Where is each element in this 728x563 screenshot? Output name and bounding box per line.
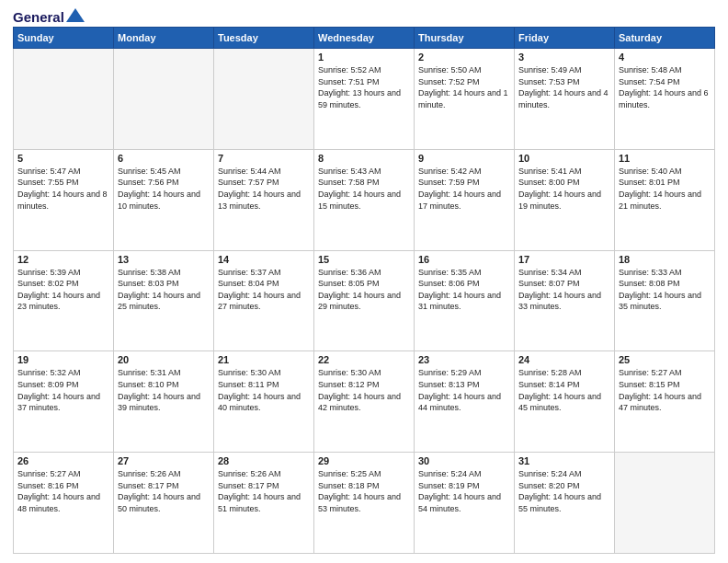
day-number: 4 [619, 52, 711, 63]
cell-info: Sunrise: 5:26 AMSunset: 8:17 PMDaylight:… [118, 468, 210, 514]
cell-info: Sunrise: 5:52 AMSunset: 7:51 PMDaylight:… [318, 64, 410, 110]
day-number: 6 [118, 153, 210, 164]
week-row-4: 19Sunrise: 5:32 AMSunset: 8:09 PMDayligh… [14, 351, 715, 453]
calendar-cell: 24Sunrise: 5:28 AMSunset: 8:14 PMDayligh… [515, 351, 615, 453]
calendar-cell: 8Sunrise: 5:43 AMSunset: 7:58 PMDaylight… [314, 149, 415, 250]
weekday-header-tuesday: Tuesday [214, 28, 314, 49]
calendar-cell: 10Sunrise: 5:41 AMSunset: 8:00 PMDayligh… [515, 149, 615, 250]
cell-info: Sunrise: 5:27 AMSunset: 8:16 PMDaylight:… [17, 468, 109, 514]
day-number: 26 [17, 455, 109, 466]
logo: General [13, 9, 85, 21]
day-number: 2 [418, 52, 510, 63]
calendar-cell: 17Sunrise: 5:34 AMSunset: 8:07 PMDayligh… [515, 250, 615, 351]
day-number: 9 [418, 153, 510, 164]
cell-info: Sunrise: 5:40 AMSunset: 8:01 PMDaylight:… [619, 166, 711, 212]
cell-info: Sunrise: 5:24 AMSunset: 8:19 PMDaylight:… [418, 468, 510, 514]
week-row-5: 26Sunrise: 5:27 AMSunset: 8:16 PMDayligh… [14, 453, 715, 554]
cell-info: Sunrise: 5:30 AMSunset: 8:11 PMDaylight:… [218, 367, 310, 413]
calendar-cell: 19Sunrise: 5:32 AMSunset: 8:09 PMDayligh… [14, 351, 114, 453]
weekday-header-wednesday: Wednesday [314, 28, 415, 49]
calendar-cell: 28Sunrise: 5:26 AMSunset: 8:17 PMDayligh… [214, 453, 314, 554]
day-number: 30 [418, 455, 510, 466]
cell-info: Sunrise: 5:28 AMSunset: 8:14 PMDaylight:… [518, 367, 610, 413]
week-row-3: 12Sunrise: 5:39 AMSunset: 8:02 PMDayligh… [14, 250, 715, 351]
day-number: 23 [418, 354, 510, 365]
day-number: 14 [218, 254, 310, 265]
calendar-cell: 25Sunrise: 5:27 AMSunset: 8:15 PMDayligh… [615, 351, 715, 453]
calendar-cell: 22Sunrise: 5:30 AMSunset: 8:12 PMDayligh… [314, 351, 415, 453]
calendar-cell: 5Sunrise: 5:47 AMSunset: 7:55 PMDaylight… [14, 149, 114, 250]
calendar-cell: 29Sunrise: 5:25 AMSunset: 8:18 PMDayligh… [314, 453, 415, 554]
calendar-cell [615, 453, 715, 554]
day-number: 21 [218, 354, 310, 365]
logo-icon [66, 8, 85, 22]
calendar-cell: 4Sunrise: 5:48 AMSunset: 7:54 PMDaylight… [615, 49, 715, 150]
cell-info: Sunrise: 5:33 AMSunset: 8:08 PMDaylight:… [619, 267, 711, 313]
day-number: 1 [318, 52, 410, 63]
calendar-cell: 15Sunrise: 5:36 AMSunset: 8:05 PMDayligh… [314, 250, 415, 351]
weekday-header-sunday: Sunday [14, 28, 114, 49]
week-row-1: 1Sunrise: 5:52 AMSunset: 7:51 PMDaylight… [14, 49, 715, 150]
day-number: 25 [619, 354, 711, 365]
cell-info: Sunrise: 5:31 AMSunset: 8:10 PMDaylight:… [118, 367, 210, 413]
calendar-cell: 30Sunrise: 5:24 AMSunset: 8:19 PMDayligh… [415, 453, 515, 554]
day-number: 5 [17, 153, 109, 164]
day-number: 22 [318, 354, 410, 365]
calendar-cell: 26Sunrise: 5:27 AMSunset: 8:16 PMDayligh… [14, 453, 114, 554]
calendar-cell: 11Sunrise: 5:40 AMSunset: 8:01 PMDayligh… [615, 149, 715, 250]
cell-info: Sunrise: 5:35 AMSunset: 8:06 PMDaylight:… [418, 267, 510, 313]
day-number: 28 [218, 455, 310, 466]
calendar-cell: 1Sunrise: 5:52 AMSunset: 7:51 PMDaylight… [314, 49, 415, 150]
calendar-cell: 14Sunrise: 5:37 AMSunset: 8:04 PMDayligh… [214, 250, 314, 351]
week-row-2: 5Sunrise: 5:47 AMSunset: 7:55 PMDaylight… [14, 149, 715, 250]
cell-info: Sunrise: 5:43 AMSunset: 7:58 PMDaylight:… [318, 166, 410, 212]
cell-info: Sunrise: 5:49 AMSunset: 7:53 PMDaylight:… [518, 64, 610, 110]
weekday-header-thursday: Thursday [415, 28, 515, 49]
calendar-cell: 13Sunrise: 5:38 AMSunset: 8:03 PMDayligh… [114, 250, 214, 351]
day-number: 19 [17, 354, 109, 365]
cell-info: Sunrise: 5:39 AMSunset: 8:02 PMDaylight:… [17, 267, 109, 313]
cell-info: Sunrise: 5:45 AMSunset: 7:56 PMDaylight:… [118, 166, 210, 212]
day-number: 13 [118, 254, 210, 265]
calendar-cell: 7Sunrise: 5:44 AMSunset: 7:57 PMDaylight… [214, 149, 314, 250]
cell-info: Sunrise: 5:29 AMSunset: 8:13 PMDaylight:… [418, 367, 510, 413]
calendar-cell: 27Sunrise: 5:26 AMSunset: 8:17 PMDayligh… [114, 453, 214, 554]
page-container: General SundayMondayTuesdayWednesdayThur… [0, 0, 728, 563]
calendar-cell: 20Sunrise: 5:31 AMSunset: 8:10 PMDayligh… [114, 351, 214, 453]
cell-info: Sunrise: 5:34 AMSunset: 8:07 PMDaylight:… [518, 267, 610, 313]
calendar-cell: 16Sunrise: 5:35 AMSunset: 8:06 PMDayligh… [415, 250, 515, 351]
cell-info: Sunrise: 5:38 AMSunset: 8:03 PMDaylight:… [118, 267, 210, 313]
calendar-cell [214, 49, 314, 150]
cell-info: Sunrise: 5:50 AMSunset: 7:52 PMDaylight:… [418, 64, 510, 110]
weekday-header-row: SundayMondayTuesdayWednesdayThursdayFrid… [14, 28, 715, 49]
header: General [13, 9, 715, 21]
day-number: 18 [619, 254, 711, 265]
calendar-cell: 23Sunrise: 5:29 AMSunset: 8:13 PMDayligh… [415, 351, 515, 453]
calendar-cell: 21Sunrise: 5:30 AMSunset: 8:11 PMDayligh… [214, 351, 314, 453]
day-number: 7 [218, 153, 310, 164]
calendar-cell: 31Sunrise: 5:24 AMSunset: 8:20 PMDayligh… [515, 453, 615, 554]
cell-info: Sunrise: 5:42 AMSunset: 7:59 PMDaylight:… [418, 166, 510, 212]
cell-info: Sunrise: 5:24 AMSunset: 8:20 PMDaylight:… [518, 468, 610, 514]
day-number: 31 [518, 455, 610, 466]
day-number: 11 [619, 153, 711, 164]
weekday-header-saturday: Saturday [615, 28, 715, 49]
logo-general: General [13, 9, 64, 25]
cell-info: Sunrise: 5:41 AMSunset: 8:00 PMDaylight:… [518, 166, 610, 212]
day-number: 27 [118, 455, 210, 466]
calendar-cell [14, 49, 114, 150]
weekday-header-friday: Friday [515, 28, 615, 49]
day-number: 15 [318, 254, 410, 265]
day-number: 10 [518, 153, 610, 164]
calendar-cell: 9Sunrise: 5:42 AMSunset: 7:59 PMDaylight… [415, 149, 515, 250]
cell-info: Sunrise: 5:26 AMSunset: 8:17 PMDaylight:… [218, 468, 310, 514]
calendar-cell: 3Sunrise: 5:49 AMSunset: 7:53 PMDaylight… [515, 49, 615, 150]
cell-info: Sunrise: 5:32 AMSunset: 8:09 PMDaylight:… [17, 367, 109, 413]
cell-info: Sunrise: 5:48 AMSunset: 7:54 PMDaylight:… [619, 64, 711, 110]
day-number: 3 [518, 52, 610, 63]
day-number: 20 [118, 354, 210, 365]
weekday-header-monday: Monday [114, 28, 214, 49]
cell-info: Sunrise: 5:27 AMSunset: 8:15 PMDaylight:… [619, 367, 711, 413]
calendar-table: SundayMondayTuesdayWednesdayThursdayFrid… [13, 27, 715, 554]
cell-info: Sunrise: 5:47 AMSunset: 7:55 PMDaylight:… [17, 166, 109, 212]
